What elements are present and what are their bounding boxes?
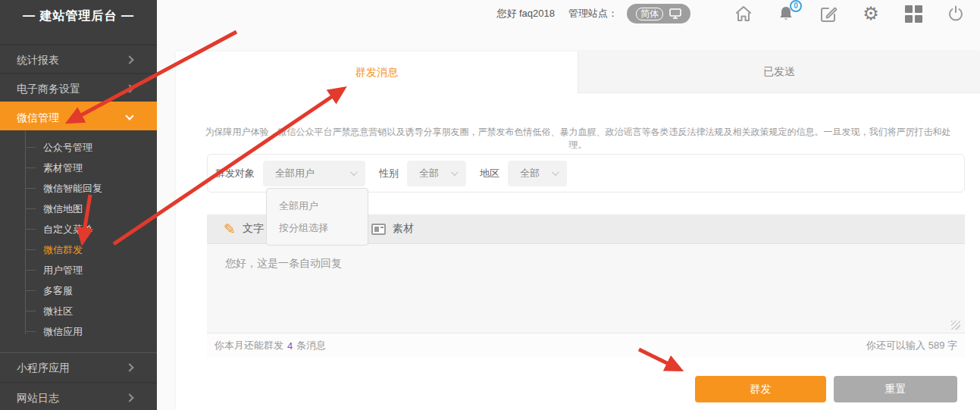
notification-badge: 0 <box>790 0 802 12</box>
chevron-right-icon <box>125 84 133 92</box>
sidebar-item-label: 电子商务设置 <box>17 83 80 95</box>
message-textarea[interactable]: 您好，这是一条自动回复 <box>207 244 965 333</box>
quota-suffix: 条消息 <box>296 339 326 352</box>
sidebar-item-miniprogram[interactable]: 小程序应用 <box>0 353 157 382</box>
language-switch-button[interactable]: 简体 <box>627 4 690 23</box>
submenu-item-official-account[interactable]: 公众号管理 <box>0 137 157 158</box>
sidebar: — 建站管理后台 — 统计报表 电子商务设置 微信管理 公众号管理 素材管理 微… <box>0 0 157 410</box>
sidebar-item-label: 网站日志 <box>17 392 59 404</box>
language-label: 简体 <box>636 8 663 20</box>
region-select[interactable]: 全部 <box>508 161 567 186</box>
sidebar-item-wechat[interactable]: 微信管理 <box>0 102 157 130</box>
apps-button[interactable] <box>904 5 922 23</box>
monthly-quota-text: 你本月还能群发 4 条消息 <box>214 339 326 352</box>
region-select-value: 全部 <box>520 167 540 180</box>
gear-icon: ⚙ <box>863 5 879 23</box>
resize-handle[interactable] <box>951 321 960 330</box>
send-button[interactable]: 群发 <box>695 376 826 402</box>
dropdown-option-by-group[interactable]: 按分组选择 <box>267 217 368 239</box>
sidebar-item-ecommerce[interactable]: 电子商务设置 <box>0 73 157 102</box>
quota-count: 4 <box>287 340 293 352</box>
chevron-right-icon <box>125 55 133 64</box>
tab-mass-message[interactable]: 群发消息 <box>176 52 578 93</box>
material-tool-label: 素材 <box>393 222 414 236</box>
editor-statusbar: 你本月还能群发 4 条消息 你还可以输入 589 字 <box>207 333 965 358</box>
submenu-item-wechat-map[interactable]: 微信地图 <box>0 199 157 219</box>
main-panel: 群发消息 已发送 为保障用户体验，微信公众平台严禁恶意营销以及诱导分享朋友圈，严… <box>176 52 980 410</box>
submenu-item-material[interactable]: 素材管理 <box>0 158 157 178</box>
submenu-item-micro-community[interactable]: 微社区 <box>0 301 157 321</box>
app-title: — 建站管理后台 — <box>0 0 157 32</box>
filter-bar: 群发对象 全部用户 性别 全部 地区 全部 全部用户 按分组选择 <box>207 154 965 192</box>
edit-icon <box>820 5 838 23</box>
chevron-right-icon <box>125 363 133 371</box>
site-label: 管理站点： <box>568 7 618 20</box>
target-select-value: 全部用户 <box>275 167 315 180</box>
grid-icon <box>905 5 922 23</box>
tab-bar: 群发消息 已发送 <box>176 52 980 93</box>
chevron-right-icon <box>125 393 133 402</box>
gender-label: 性别 <box>379 167 399 180</box>
material-tool-button[interactable]: 素材 <box>371 222 414 236</box>
home-icon <box>734 5 753 22</box>
settings-button[interactable]: ⚙ <box>862 5 880 23</box>
sidebar-item-stats[interactable]: 统计报表 <box>0 44 157 73</box>
gender-select-value: 全部 <box>419 167 439 180</box>
sidebar-item-label: 小程序应用 <box>17 361 70 374</box>
submenu-item-wechat-app[interactable]: 微信应用 <box>0 321 157 342</box>
target-select[interactable]: 全部用户 <box>263 161 365 186</box>
gender-select[interactable]: 全部 <box>407 161 466 186</box>
chevron-down-icon <box>125 111 133 120</box>
quota-prefix: 你本月还能群发 <box>214 339 283 352</box>
reset-button[interactable]: 重置 <box>834 376 957 402</box>
policy-notice: 为保障用户体验，微信公众平台严禁恶意营销以及诱导分享朋友圈，严禁发布色情低俗、暴… <box>176 126 980 152</box>
home-button[interactable] <box>734 5 753 23</box>
text-tool-label: 文字 <box>243 222 264 236</box>
monitor-icon <box>669 8 681 19</box>
submenu-item-user-management[interactable]: 用户管理 <box>0 260 157 280</box>
remaining-chars-text: 你还可以输入 589 字 <box>866 339 957 352</box>
dropdown-option-all-users[interactable]: 全部用户 <box>267 195 368 217</box>
chevron-down-icon <box>451 168 459 176</box>
submenu-item-smart-reply[interactable]: 微信智能回复 <box>0 178 157 199</box>
sidebar-item-site-log[interactable]: 网站日志 <box>0 382 157 410</box>
edit-button[interactable] <box>819 5 838 23</box>
power-icon <box>947 5 964 22</box>
pencil-icon: ✎ <box>224 222 236 236</box>
greeting-text: 您好 faq2018 <box>496 7 555 20</box>
target-select-dropdown: 全部用户 按分组选择 <box>266 188 368 246</box>
wechat-submenu: 公众号管理 素材管理 微信智能回复 微信地图 自定义菜单 微信群发 用户管理 多… <box>0 130 157 351</box>
text-tool-button[interactable]: ✎ 文字 <box>224 222 264 236</box>
submenu-item-multi-service[interactable]: 多客服 <box>0 280 157 301</box>
submenu-item-custom-menu[interactable]: 自定义菜单 <box>0 219 157 239</box>
target-label: 群发对象 <box>215 167 255 180</box>
chevron-down-icon <box>552 168 559 176</box>
sidebar-item-label: 微信管理 <box>17 111 59 124</box>
region-label: 地区 <box>480 167 499 180</box>
tab-sent[interactable]: 已发送 <box>578 52 980 93</box>
sidebar-item-label: 统计报表 <box>17 54 59 66</box>
submenu-item-mass-send[interactable]: 微信群发 <box>0 239 157 260</box>
logout-button[interactable] <box>947 5 965 23</box>
topbar: 您好 faq2018 管理站点： 简体 0 <box>157 0 980 27</box>
chevron-down-icon <box>350 168 358 176</box>
notifications-button[interactable]: 0 <box>777 5 795 23</box>
message-text: 您好，这是一条自动回复 <box>225 257 342 269</box>
material-icon <box>371 224 386 235</box>
